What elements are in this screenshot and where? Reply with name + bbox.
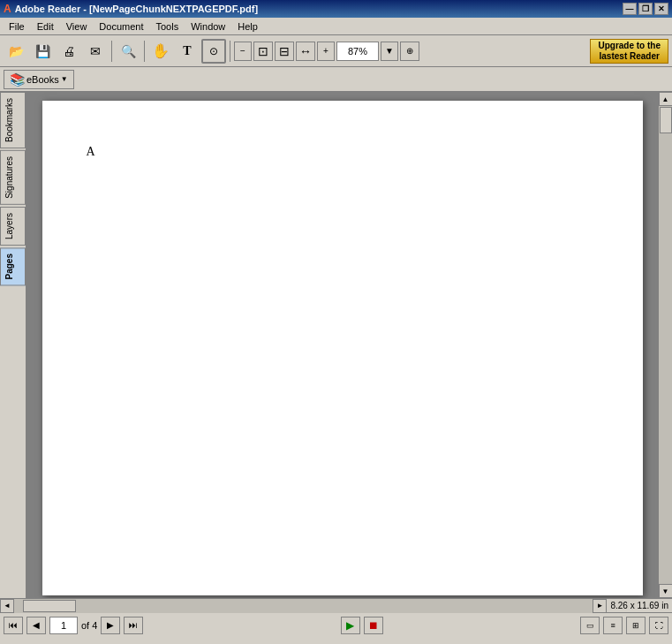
scroll-thumb[interactable] xyxy=(660,107,672,133)
view-single-button[interactable]: ▭ xyxy=(580,617,600,634)
ebooks-button[interactable]: 📚 eBooks ▼ xyxy=(4,70,74,89)
hscroll-thumb[interactable] xyxy=(23,600,76,612)
close-button[interactable]: ✕ xyxy=(654,3,668,15)
zoom-input[interactable] xyxy=(336,42,379,61)
window-title: Adobe Reader - [NewPageChunkNEXTPAGEPDF.… xyxy=(15,4,258,14)
menu-help[interactable]: Help xyxy=(232,19,263,34)
find-button[interactable]: 🔍 xyxy=(116,39,140,64)
view-facing-button[interactable]: ⊞ xyxy=(626,617,646,634)
upgrade-button[interactable]: Upgrade to the lastest Reader xyxy=(590,39,668,64)
signatures-tab[interactable]: Signatures xyxy=(0,150,26,205)
toolbar-ebooks: 📚 eBooks ▼ xyxy=(0,67,672,92)
horizontal-scrollbar: ◄ ► 8.26 x 11.69 in xyxy=(0,598,672,612)
snapshot-button[interactable]: ⊙ xyxy=(201,39,226,64)
fit-height-button[interactable]: ↔ xyxy=(296,42,315,61)
layers-tab[interactable]: Layers xyxy=(0,207,26,246)
zoom-in-button[interactable]: + xyxy=(317,42,335,61)
hscroll-track[interactable] xyxy=(14,599,593,613)
pdf-page: A xyxy=(42,101,643,595)
hand-tool-button[interactable]: ✋ xyxy=(148,39,173,64)
save-button[interactable]: 💾 xyxy=(30,39,55,64)
scroll-down-button[interactable]: ▼ xyxy=(659,584,673,598)
title-bar: A Adobe Reader - [NewPageChunkNEXTPAGEPD… xyxy=(0,0,672,18)
restore-button[interactable]: ❐ xyxy=(638,3,653,15)
text-tool-button[interactable]: T xyxy=(175,39,200,64)
view-fullscreen-button[interactable]: ⛶ xyxy=(649,617,668,634)
nav-last-button[interactable]: ⏭ xyxy=(124,617,143,634)
zoom-out-button[interactable]: − xyxy=(234,42,252,61)
vertical-scrollbar: ▲ ▼ xyxy=(658,92,672,598)
ebooks-label: eBooks xyxy=(26,74,59,85)
zoom-dropdown-button[interactable]: ▼ xyxy=(381,42,398,61)
page-content-letter: A xyxy=(87,145,95,159)
left-panel: Bookmarks Signatures Layers Pages xyxy=(0,92,26,598)
separator-1 xyxy=(111,41,112,62)
print-button[interactable]: 🖨 xyxy=(57,39,81,64)
page-total-label: of 4 xyxy=(81,620,97,631)
open-button[interactable]: 📂 xyxy=(4,39,28,64)
stop-button[interactable]: ⏹ xyxy=(364,617,383,634)
menu-edit[interactable]: Edit xyxy=(32,19,59,34)
navigation-bar: ⏮ ◀ of 4 ▶ ⏭ ▶ ⏹ ▭ ≡ ⊞ ⛶ xyxy=(0,612,672,637)
menu-view[interactable]: View xyxy=(61,19,93,34)
menu-window[interactable]: Window xyxy=(185,19,230,34)
nav-next-button[interactable]: ▶ xyxy=(101,617,120,634)
hscroll-left-button[interactable]: ◄ xyxy=(0,599,14,613)
menu-file[interactable]: File xyxy=(4,19,30,34)
separator-3 xyxy=(230,41,230,62)
scroll-up-button[interactable]: ▲ xyxy=(659,92,673,106)
menu-document[interactable]: Document xyxy=(94,19,148,34)
bookmarks-tab[interactable]: Bookmarks xyxy=(0,92,26,148)
pages-tab[interactable]: Pages xyxy=(0,247,26,285)
zoom-actual-button[interactable]: ⊕ xyxy=(400,42,419,61)
separator-2 xyxy=(144,41,145,62)
menu-tools[interactable]: Tools xyxy=(151,19,185,34)
minimize-button[interactable]: — xyxy=(623,3,637,15)
ebooks-dropdown-icon: ▼ xyxy=(61,75,68,83)
view-continuous-button[interactable]: ≡ xyxy=(603,617,623,634)
play-button[interactable]: ▶ xyxy=(341,617,360,634)
app-icon: A xyxy=(4,3,11,15)
fit-page-button[interactable]: ⊡ xyxy=(253,42,273,61)
menu-bar: File Edit View Document Tools Window Hel… xyxy=(0,18,672,35)
nav-prev-button[interactable]: ◀ xyxy=(26,617,46,634)
scroll-track[interactable] xyxy=(659,106,673,584)
page-size-label: 8.26 x 11.69 in xyxy=(607,601,672,610)
pdf-viewer[interactable]: A xyxy=(26,92,658,598)
nav-first-button[interactable]: ⏮ xyxy=(4,617,23,634)
title-bar-left: A Adobe Reader - [NewPageChunkNEXTPAGEPD… xyxy=(4,3,258,15)
fit-width-button[interactable]: ⊟ xyxy=(275,42,294,61)
ebooks-icon: 📚 xyxy=(10,72,25,87)
toolbar-main: 📂 💾 🖨 ✉ 🔍 ✋ T ⊙ − ⊡ ⊟ ↔ + ▼ ⊕ Upgrade to… xyxy=(0,35,672,67)
email-button[interactable]: ✉ xyxy=(83,39,108,64)
hscroll-right-button[interactable]: ► xyxy=(593,599,607,613)
current-page-input[interactable] xyxy=(49,617,78,634)
title-bar-controls: — ❐ ✕ xyxy=(623,3,668,15)
zoom-controls: − ⊡ ⊟ ↔ + ▼ ⊕ xyxy=(234,42,419,61)
main-area: Bookmarks Signatures Layers Pages A ▲ ▼ xyxy=(0,92,672,598)
